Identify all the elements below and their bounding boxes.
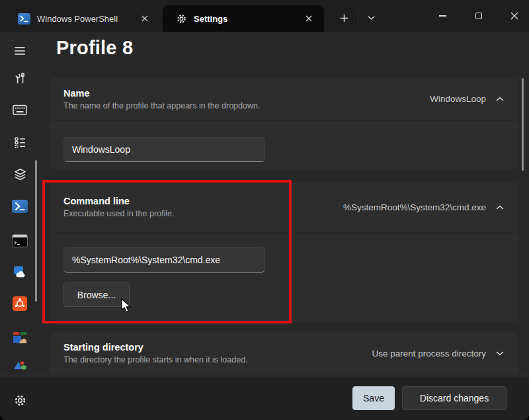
save-button[interactable]: Save (352, 386, 395, 410)
chevron-down-icon (368, 16, 375, 20)
chevron-up-icon (496, 205, 504, 210)
content-scrollbar[interactable] (522, 78, 524, 171)
setting-value: WindowsLoop (430, 94, 486, 104)
interaction-keyboard-icon[interactable] (9, 99, 31, 121)
tab-label: Windows PowerShell (37, 14, 118, 24)
tab-windows-powershell[interactable]: Windows PowerShell (7, 5, 160, 32)
plus-icon (340, 14, 348, 22)
profile-cmd-icon[interactable] (9, 230, 31, 252)
starting-directory-expander-header[interactable]: Starting directory The directory the pro… (50, 333, 518, 374)
maximize-button[interactable] (464, 0, 493, 32)
browse-button[interactable]: Browse... (63, 282, 130, 307)
profile-name-input[interactable] (63, 137, 265, 162)
tab-bar-divider (358, 10, 358, 22)
setting-value: Use parent process directory (372, 349, 486, 358)
page-title: Profile 8 (56, 37, 133, 59)
close-tab-icon[interactable] (303, 13, 315, 24)
open-settings-gear-icon[interactable] (9, 389, 31, 411)
discard-changes-button[interactable]: Discard changes (402, 386, 507, 410)
windows-terminal-window: Windows PowerShell Settings (0, 0, 529, 420)
actions-list-icon[interactable] (9, 131, 31, 153)
gear-icon (176, 13, 187, 24)
powershell-icon (18, 13, 30, 24)
setting-description: The name of the profile that appears in … (63, 101, 260, 111)
close-window-button[interactable] (499, 0, 529, 32)
profile-powershell-icon[interactable] (9, 195, 31, 218)
chevron-down-icon (496, 351, 504, 356)
profile-linux-icon[interactable] (9, 326, 31, 349)
profile-azure-cloud-icon[interactable] (9, 261, 31, 283)
command-line-input[interactable] (63, 247, 265, 273)
footer-action-bar: Save Discard changes (0, 376, 529, 420)
titlebar[interactable]: Windows PowerShell Settings (0, 0, 529, 32)
sidebar-scrollbar[interactable] (35, 160, 37, 302)
hamburger-menu-icon[interactable] (9, 40, 31, 62)
setting-value: %SystemRoot%\System32\cmd.exe (343, 202, 486, 212)
close-tab-icon[interactable] (139, 13, 151, 24)
minimize-icon (439, 15, 446, 16)
startup-tools-icon[interactable] (9, 67, 31, 89)
tab-label: Settings (194, 14, 227, 24)
setting-title: Command line (63, 194, 174, 208)
setting-title: Name (63, 87, 260, 101)
color-schemes-layers-icon[interactable] (9, 163, 31, 185)
new-tab-button[interactable] (335, 9, 353, 27)
name-expander-content (50, 121, 518, 169)
maximize-icon (475, 13, 482, 19)
command-line-expander-header[interactable]: Command line Executable used in the prof… (50, 183, 518, 231)
setting-title: Starting directory (63, 341, 248, 355)
close-icon (510, 12, 518, 20)
chevron-up-icon (496, 97, 504, 101)
profile-distro-icon[interactable] (9, 353, 31, 376)
command-line-expander-content: Browse... (50, 233, 518, 321)
setting-description: Executable used in the profile. (63, 208, 174, 219)
open-new-tab-dropdown-button[interactable] (362, 9, 380, 27)
name-expander-header[interactable]: Name The name of the profile that appear… (50, 78, 518, 120)
profile-ubuntu-icon[interactable] (9, 292, 31, 315)
setting-description: The directory the profile starts in when… (63, 355, 248, 365)
tab-settings[interactable]: Settings (163, 5, 324, 32)
minimize-button[interactable] (428, 0, 458, 32)
